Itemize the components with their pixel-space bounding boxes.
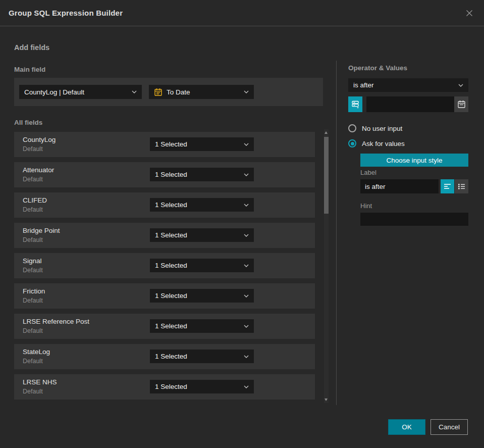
operator-selected-value: is after — [353, 81, 454, 89]
selected-count: 1 Selected — [155, 322, 240, 330]
chevron-down-icon — [244, 173, 249, 176]
radio-ask-for-values[interactable]: Ask for values — [348, 139, 405, 148]
field-name: CLIFED — [23, 196, 47, 204]
selected-count: 1 Selected — [155, 201, 240, 209]
chevron-down-icon — [244, 143, 249, 146]
choose-input-style-button[interactable]: Choose input style — [360, 154, 468, 167]
field-name: Bridge Point — [23, 227, 60, 234]
field-name: Attenuator — [23, 166, 54, 174]
add-fields-heading: Add fields — [14, 43, 49, 52]
dialog-title: Group SQL Expression Builder — [9, 9, 123, 17]
radio-label: Ask for values — [362, 140, 405, 147]
calendar-icon — [457, 100, 466, 109]
ok-button[interactable]: OK — [388, 419, 425, 435]
selected-count: 1 Selected — [155, 353, 240, 360]
main-field-label: Main field — [14, 66, 45, 73]
radio-label: No user input — [362, 125, 402, 132]
field-subtitle: Default — [23, 297, 43, 304]
selected-count: 1 Selected — [155, 383, 240, 390]
chevron-down-icon — [244, 294, 249, 297]
field-subtitle: Default — [23, 206, 43, 213]
scrollbar-down-arrow-icon[interactable] — [325, 399, 328, 401]
all-fields-label: All fields — [14, 119, 42, 126]
operator-select[interactable]: is after — [348, 78, 468, 92]
calendar-icon — [154, 88, 163, 96]
hint-input[interactable] — [360, 213, 468, 226]
scrollbar-up-arrow-icon[interactable] — [325, 131, 328, 134]
operator-values-panel: Operator & Values is after — [348, 61, 468, 232]
date-picker-button[interactable] — [454, 96, 468, 112]
panel-divider — [336, 61, 337, 405]
cancel-button[interactable]: Cancel — [431, 419, 468, 435]
field-name: StateLog — [23, 348, 50, 356]
field-row: LRSE Reference Post Default 1 Selected — [14, 314, 315, 339]
chevron-down-icon — [244, 234, 249, 237]
dialog-titlebar: Group SQL Expression Builder — [0, 0, 484, 26]
operator-values-heading: Operator & Values — [348, 64, 407, 72]
value-input-row — [348, 96, 468, 112]
field-values-select[interactable]: 1 Selected — [150, 289, 254, 303]
field-row: Friction Default 1 Selected — [14, 283, 315, 309]
hint-field-label: Hint — [360, 202, 372, 210]
list-value-style-button[interactable] — [455, 179, 468, 193]
close-button[interactable] — [463, 7, 476, 20]
field-subtitle: Default — [23, 327, 43, 334]
date-field-selected-value: To Date — [167, 88, 240, 96]
value-input[interactable] — [366, 96, 454, 112]
radio-circle — [348, 124, 356, 132]
selected-count: 1 Selected — [155, 171, 240, 178]
field-subtitle: Default — [23, 388, 43, 395]
field-subtitle: Default — [23, 236, 43, 243]
field-subtitle: Default — [23, 358, 43, 365]
main-field-selected-value: CountyLog | Default — [24, 88, 128, 96]
main-field-panel: CountyLog | Default To Date — [14, 78, 323, 106]
label-input[interactable] — [360, 179, 439, 193]
chevron-down-icon — [458, 84, 463, 87]
scrollbar-thumb[interactable] — [324, 137, 329, 214]
list-scrollbar[interactable] — [324, 129, 329, 403]
field-values-select[interactable]: 1 Selected — [150, 228, 254, 242]
field-row: Attenuator Default 1 Selected — [14, 162, 315, 187]
field-values-select[interactable]: 1 Selected — [150, 198, 254, 212]
all-fields-list: CountyLog Default 1 Selected Attenuator … — [14, 132, 315, 405]
field-values-select[interactable]: 1 Selected — [150, 137, 254, 151]
field-name: Signal — [23, 257, 42, 265]
chevron-down-icon — [244, 204, 249, 207]
field-subtitle: Default — [23, 267, 43, 274]
field-row: CLIFED Default 1 Selected — [14, 192, 315, 218]
chevron-down-icon — [244, 264, 249, 267]
chevron-down-icon — [244, 385, 249, 388]
bulleted-list-icon — [458, 183, 466, 190]
get-values-button[interactable] — [348, 96, 362, 112]
field-row: LRSE NHS Default 1 Selected — [14, 374, 315, 400]
field-values-select[interactable]: 1 Selected — [150, 319, 254, 333]
selected-count: 1 Selected — [155, 140, 240, 148]
chevron-down-icon — [244, 355, 249, 358]
group-sql-expression-builder-dialog: Group SQL Expression Builder Add fields … — [0, 0, 484, 448]
field-row: Signal Default 1 Selected — [14, 253, 315, 278]
field-values-select[interactable]: 1 Selected — [150, 350, 254, 363]
chevron-down-icon — [244, 325, 249, 328]
field-values-select[interactable]: 1 Selected — [150, 168, 254, 181]
main-field-select[interactable]: CountyLog | Default — [19, 85, 142, 99]
field-name: Friction — [23, 287, 45, 295]
field-row: Bridge Point Default 1 Selected — [14, 223, 315, 248]
radio-circle-checked — [348, 139, 356, 147]
field-subtitle: Default — [23, 145, 43, 153]
date-field-select[interactable]: To Date — [149, 85, 254, 99]
field-row: CountyLog Default 1 Selected — [14, 132, 315, 157]
chevron-down-icon — [244, 90, 249, 93]
field-row: StateLog Default 1 Selected — [14, 344, 315, 369]
unique-values-icon — [351, 100, 360, 109]
chevron-down-icon — [132, 90, 137, 93]
close-icon — [464, 8, 474, 18]
radio-no-user-input[interactable]: No user input — [348, 124, 402, 133]
field-values-select[interactable]: 1 Selected — [150, 259, 254, 272]
field-values-select[interactable]: 1 Selected — [150, 380, 254, 393]
field-subtitle: Default — [23, 176, 43, 183]
single-value-style-button[interactable] — [441, 179, 454, 193]
align-left-icon — [444, 183, 452, 190]
label-field-label: Label — [360, 169, 377, 176]
selected-count: 1 Selected — [155, 231, 240, 239]
field-name: LRSE Reference Post — [23, 318, 89, 325]
